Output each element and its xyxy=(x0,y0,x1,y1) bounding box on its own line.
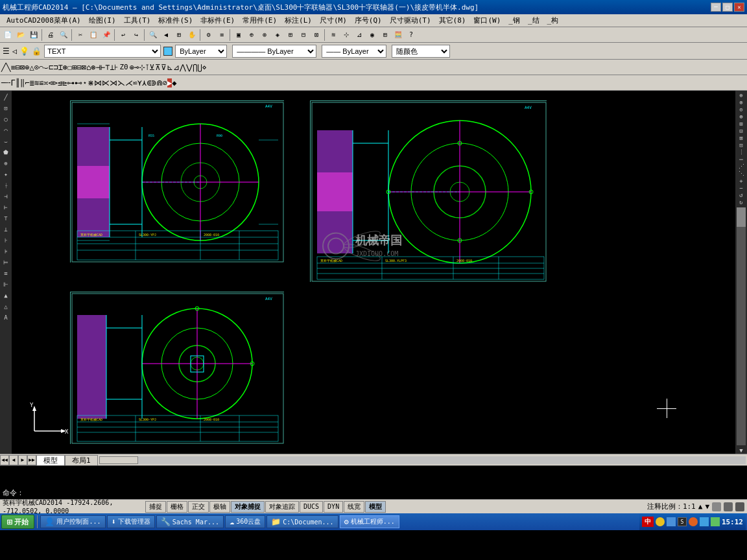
layer-manager-button[interactable]: ☰ xyxy=(3,47,10,56)
lt-btn-6[interactable]: ⬟ xyxy=(1,147,11,158)
draw-tb-btn-21[interactable]: ⊣ xyxy=(95,63,100,72)
draw-tb-btn-23[interactable]: ⊤ xyxy=(105,63,110,72)
mod-btn-9[interactable]: ≌ xyxy=(39,78,43,88)
draw-tb-btn-17[interactable]: ⊟ xyxy=(77,63,82,72)
mod-btn-21[interactable]: ⋊ xyxy=(110,78,117,88)
open-button[interactable]: 📂 xyxy=(14,29,27,41)
menu-size[interactable]: 尺寸(M) xyxy=(316,15,351,26)
draw-tb-btn-24[interactable]: ⊥ xyxy=(110,63,114,72)
mod-btn-20[interactable]: ⋉ xyxy=(102,78,110,88)
taskbar-item-4[interactable]: ☁ 360云盘 xyxy=(225,515,265,528)
taskbar-item-2[interactable]: ⬇ 下载管理器 xyxy=(107,515,155,528)
minimize-button[interactable]: ─ xyxy=(711,3,721,12)
mod-btn-32[interactable]: ◆ xyxy=(172,78,176,88)
taskbar-item-3[interactable]: 🔧 Sachs Mar... xyxy=(156,515,224,528)
dyn-button[interactable]: DYN xyxy=(324,501,343,513)
systray-icon-1[interactable] xyxy=(656,517,665,526)
polar-button[interactable]: 极轴 xyxy=(209,501,230,513)
menu-standard[interactable]: 标准件(S) xyxy=(154,15,196,26)
tb-btn-10[interactable]: ⊿ xyxy=(353,29,366,41)
layer-dropdown[interactable]: TEXT xyxy=(44,45,161,58)
lineweight-button[interactable]: 线宽 xyxy=(344,501,364,513)
mod-btn-17[interactable]: ⋆ xyxy=(82,78,87,88)
mod-btn-19[interactable]: ⋈ xyxy=(94,78,102,88)
mod-btn-28[interactable]: ⋑ xyxy=(151,78,156,88)
draw-tb-btn-32[interactable]: ⊽ xyxy=(161,63,167,72)
paste-button[interactable]: 📌 xyxy=(100,29,113,41)
zoom-prev-button[interactable]: ◀ xyxy=(160,29,172,41)
draw-tb-btn-11[interactable]: ⊏ xyxy=(49,63,53,72)
draw-tb-btn-20[interactable]: ⊛ xyxy=(91,63,95,72)
draw-tb-btn-9[interactable]: ⌒ xyxy=(39,63,43,72)
menu-tools[interactable]: 工具(T) xyxy=(120,15,155,26)
lt-btn-12[interactable]: ⊤ xyxy=(1,213,11,224)
draw-tb-btn-8[interactable]: ⊙ xyxy=(34,63,39,72)
mod-btn-16[interactable]: ⊷ xyxy=(75,78,82,88)
tab-scroll-next[interactable]: ▶ xyxy=(18,455,27,465)
mod-btn-14[interactable]: ⊵ xyxy=(62,78,67,88)
mod-btn-18[interactable]: ⋇ xyxy=(88,78,94,88)
draw-tb-btn-33[interactable]: ⊾ xyxy=(167,63,173,72)
draw-tb-btn-16[interactable]: ⊞ xyxy=(72,63,77,72)
lt-btn-3[interactable]: ○ xyxy=(1,114,11,124)
taskbar-item-1[interactable]: 👤 用户控制面... xyxy=(40,515,105,528)
mod-btn-13[interactable]: ⊴ xyxy=(58,78,62,88)
lt-btn-7[interactable]: ⊕ xyxy=(1,158,11,169)
mod-btn-4[interactable]: ║ xyxy=(16,78,20,88)
save-button[interactable]: 💾 xyxy=(27,29,40,41)
mod-btn-5[interactable]: ‖ xyxy=(20,78,25,88)
tab-scroll-last[interactable]: ▶▶ xyxy=(27,455,36,465)
menu-size-drive[interactable]: 尺寸驱动(T) xyxy=(386,15,435,26)
help-button[interactable]: ? xyxy=(405,29,418,41)
draw-tb-btn-6[interactable]: ⊕ xyxy=(25,63,29,72)
menu-other[interactable]: 其它(8) xyxy=(435,15,470,26)
mod-btn-1[interactable]: ─ xyxy=(1,78,6,88)
draw-tb-btn-3[interactable]: ≡ xyxy=(10,63,15,72)
tb-btn-2[interactable]: ⊕ xyxy=(245,29,258,41)
draw-tb-btn-15[interactable]: ☐ xyxy=(67,63,72,72)
ducs-button[interactable]: DUCS xyxy=(300,501,323,513)
mod-btn-12[interactable]: ⊳ xyxy=(53,78,58,88)
mod-btn-11[interactable]: ⊲ xyxy=(48,78,53,88)
print-preview-button[interactable]: 🔍 xyxy=(57,29,70,41)
rt-btn-3[interactable]: ⊙ xyxy=(739,106,742,113)
lt-btn-11[interactable]: ⊢ xyxy=(1,202,11,213)
lt-btn-8[interactable]: ✦ xyxy=(1,169,11,180)
mod-btn-6[interactable]: ⌐ xyxy=(25,78,29,88)
rt-btn-12[interactable]: ⋱ xyxy=(739,170,744,177)
mod-btn-15[interactable]: ⊶ xyxy=(67,78,75,88)
mod-btn-2[interactable]: ╌ xyxy=(6,78,10,88)
rt-btn-13[interactable]: + xyxy=(739,178,742,184)
taskbar-item-5[interactable]: 📁 C:\Documen... xyxy=(267,515,338,528)
lt-btn-1[interactable]: ╱ xyxy=(1,92,11,102)
rt-btn-8[interactable]: ⊡ xyxy=(739,142,742,148)
mod-btn-10[interactable]: ≍ xyxy=(43,78,48,88)
menu-draw[interactable]: 绘图(I) xyxy=(85,15,120,26)
lt-btn-20[interactable]: △ xyxy=(1,301,11,312)
menu-common[interactable]: 常用件(E) xyxy=(239,15,281,26)
draw-tb-btn-27[interactable]: ⊸ xyxy=(134,63,139,72)
snap-button[interactable]: 捕捉 xyxy=(145,501,166,513)
mod-btn-31[interactable]: ▶ xyxy=(167,78,172,88)
linetype-dropdown[interactable]: ———— ByLayer xyxy=(232,45,316,58)
mod-btn-27[interactable]: ⋐ xyxy=(147,78,151,88)
mod-btn-8[interactable]: ≋ xyxy=(34,78,39,88)
tab-scroll-prev[interactable]: ◀ xyxy=(9,455,18,465)
rt-btn-17[interactable]: ▼ xyxy=(739,447,742,454)
lt-btn-10[interactable]: ⊣ xyxy=(1,191,11,202)
lt-btn-15[interactable]: ⊧ xyxy=(1,246,11,257)
status-icon-1[interactable]: ▲ xyxy=(698,502,703,511)
undo-button[interactable]: ↩ xyxy=(117,29,130,41)
lt-btn-13[interactable]: ⊥ xyxy=(1,224,11,235)
tb-btn-7[interactable]: ⊠ xyxy=(310,29,323,41)
systray-icon-4[interactable] xyxy=(689,517,698,526)
draw-tb-btn-39[interactable]: ⋄ xyxy=(202,63,207,72)
plotstyle-dropdown[interactable]: 随颜色 xyxy=(392,45,450,58)
close-button[interactable]: ✕ xyxy=(734,3,744,12)
layer-prev-button[interactable]: ◁ xyxy=(12,47,17,56)
draw-tb-btn-19[interactable]: ⌂ xyxy=(86,63,91,72)
ime-indicator[interactable]: 中 xyxy=(642,517,654,527)
scrollbar-thumb-horizontal[interactable] xyxy=(99,456,138,464)
ortho-button[interactable]: 正交 xyxy=(188,501,209,513)
pan-button[interactable]: ✋ xyxy=(185,29,198,41)
